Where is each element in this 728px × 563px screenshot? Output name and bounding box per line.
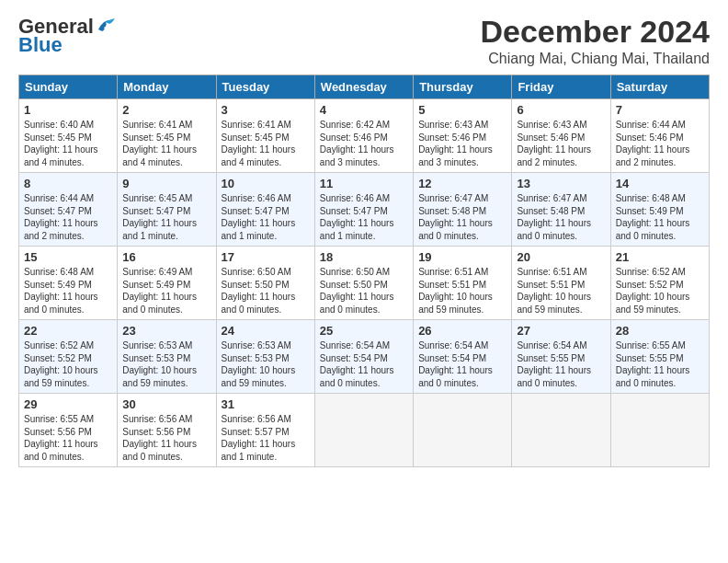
day-number: 12 — [418, 177, 506, 190]
day-info: Sunrise: 6:47 AMSunset: 5:48 PMDaylight:… — [418, 192, 506, 242]
day-info: Sunrise: 6:48 AMSunset: 5:49 PMDaylight:… — [24, 266, 112, 316]
header-row: SundayMondayTuesdayWednesdayThursdayFrid… — [19, 75, 710, 99]
day-info: Sunrise: 6:44 AMSunset: 5:46 PMDaylight:… — [616, 119, 704, 168]
day-number: 22 — [24, 324, 112, 338]
page: General Blue December 2024 Chiang Mai, C… — [0, 0, 728, 477]
day-number: 4 — [320, 103, 408, 117]
day-cell: 30Sunrise: 6:56 AMSunset: 5:56 PMDayligh… — [118, 394, 216, 467]
day-number: 5 — [418, 103, 506, 117]
day-number: 11 — [320, 177, 408, 190]
day-cell: 17Sunrise: 6:50 AMSunset: 5:50 PMDayligh… — [216, 247, 314, 320]
day-number: 2 — [122, 103, 210, 117]
day-number: 14 — [616, 177, 704, 190]
week-row-3: 15Sunrise: 6:48 AMSunset: 5:49 PMDayligh… — [19, 247, 710, 320]
day-info: Sunrise: 6:44 AMSunset: 5:47 PMDaylight:… — [24, 192, 112, 242]
day-number: 19 — [418, 250, 506, 264]
day-info: Sunrise: 6:41 AMSunset: 5:45 PMDaylight:… — [222, 119, 310, 168]
week-row-1: 1Sunrise: 6:40 AMSunset: 5:45 PMDaylight… — [19, 99, 710, 173]
day-number: 15 — [24, 250, 112, 264]
day-number: 10 — [222, 177, 310, 190]
day-cell: 10Sunrise: 6:46 AMSunset: 5:47 PMDayligh… — [216, 173, 314, 247]
day-number: 9 — [122, 177, 210, 190]
day-info: Sunrise: 6:55 AMSunset: 5:56 PMDaylight:… — [24, 413, 112, 463]
day-cell: 2Sunrise: 6:41 AMSunset: 5:45 PMDaylight… — [118, 99, 216, 173]
day-info: Sunrise: 6:53 AMSunset: 5:53 PMDaylight:… — [222, 339, 310, 389]
week-row-2: 8Sunrise: 6:44 AMSunset: 5:47 PMDaylight… — [19, 173, 710, 247]
day-cell: 21Sunrise: 6:52 AMSunset: 5:52 PMDayligh… — [610, 247, 709, 320]
day-cell: 18Sunrise: 6:50 AMSunset: 5:50 PMDayligh… — [314, 247, 413, 320]
day-info: Sunrise: 6:43 AMSunset: 5:46 PMDaylight:… — [517, 119, 605, 168]
day-info: Sunrise: 6:40 AMSunset: 5:45 PMDaylight:… — [24, 119, 112, 168]
day-info: Sunrise: 6:45 AMSunset: 5:47 PMDaylight:… — [122, 192, 210, 242]
day-number: 31 — [222, 397, 310, 411]
header-cell-sunday: Sunday — [19, 75, 118, 99]
day-number: 30 — [122, 397, 210, 411]
day-info: Sunrise: 6:52 AMSunset: 5:52 PMDaylight:… — [24, 339, 112, 389]
day-number: 27 — [517, 324, 605, 338]
day-cell: 16Sunrise: 6:49 AMSunset: 5:49 PMDayligh… — [118, 247, 216, 320]
header-cell-wednesday: Wednesday — [314, 75, 413, 99]
header-cell-saturday: Saturday — [610, 75, 709, 99]
day-number: 25 — [320, 324, 408, 338]
day-cell: 13Sunrise: 6:47 AMSunset: 5:48 PMDayligh… — [512, 173, 610, 247]
day-cell — [314, 394, 413, 467]
day-number: 20 — [517, 250, 605, 264]
day-cell: 3Sunrise: 6:41 AMSunset: 5:45 PMDaylight… — [216, 99, 314, 173]
day-info: Sunrise: 6:54 AMSunset: 5:54 PMDaylight:… — [320, 339, 408, 389]
week-row-4: 22Sunrise: 6:52 AMSunset: 5:52 PMDayligh… — [19, 320, 710, 394]
header-cell-monday: Monday — [118, 75, 216, 99]
day-info: Sunrise: 6:48 AMSunset: 5:49 PMDaylight:… — [616, 192, 704, 242]
day-info: Sunrise: 6:47 AMSunset: 5:48 PMDaylight:… — [517, 192, 605, 242]
day-info: Sunrise: 6:46 AMSunset: 5:47 PMDaylight:… — [222, 192, 310, 242]
header: General Blue December 2024 Chiang Mai, C… — [18, 15, 710, 67]
day-cell: 4Sunrise: 6:42 AMSunset: 5:46 PMDaylight… — [314, 99, 413, 173]
day-info: Sunrise: 6:46 AMSunset: 5:47 PMDaylight:… — [320, 192, 408, 242]
logo-blue: Blue — [18, 33, 63, 57]
day-number: 29 — [24, 397, 112, 411]
day-info: Sunrise: 6:51 AMSunset: 5:51 PMDaylight:… — [517, 266, 605, 316]
day-number: 18 — [320, 250, 408, 264]
day-cell: 29Sunrise: 6:55 AMSunset: 5:56 PMDayligh… — [19, 394, 118, 467]
header-cell-friday: Friday — [512, 75, 610, 99]
day-info: Sunrise: 6:53 AMSunset: 5:53 PMDaylight:… — [122, 339, 210, 389]
day-info: Sunrise: 6:55 AMSunset: 5:55 PMDaylight:… — [616, 339, 704, 389]
day-cell: 23Sunrise: 6:53 AMSunset: 5:53 PMDayligh… — [118, 320, 216, 394]
header-cell-thursday: Thursday — [414, 75, 512, 99]
day-number: 23 — [122, 324, 210, 338]
day-info: Sunrise: 6:43 AMSunset: 5:46 PMDaylight:… — [418, 119, 506, 168]
week-row-5: 29Sunrise: 6:55 AMSunset: 5:56 PMDayligh… — [19, 394, 710, 467]
day-cell — [414, 394, 512, 467]
day-info: Sunrise: 6:50 AMSunset: 5:50 PMDaylight:… — [320, 266, 408, 316]
day-cell: 19Sunrise: 6:51 AMSunset: 5:51 PMDayligh… — [414, 247, 512, 320]
title-area: December 2024 Chiang Mai, Chiang Mai, Th… — [480, 15, 710, 67]
day-info: Sunrise: 6:52 AMSunset: 5:52 PMDaylight:… — [616, 266, 704, 316]
day-info: Sunrise: 6:56 AMSunset: 5:56 PMDaylight:… — [122, 413, 210, 463]
day-cell: 27Sunrise: 6:54 AMSunset: 5:55 PMDayligh… — [512, 320, 610, 394]
day-number: 17 — [222, 250, 310, 264]
day-info: Sunrise: 6:50 AMSunset: 5:50 PMDaylight:… — [222, 266, 310, 316]
day-number: 7 — [616, 103, 704, 117]
month-title: December 2024 — [480, 15, 710, 49]
day-cell: 9Sunrise: 6:45 AMSunset: 5:47 PMDaylight… — [118, 173, 216, 247]
day-info: Sunrise: 6:42 AMSunset: 5:46 PMDaylight:… — [320, 119, 408, 168]
day-cell: 26Sunrise: 6:54 AMSunset: 5:54 PMDayligh… — [414, 320, 512, 394]
day-number: 24 — [222, 324, 310, 338]
day-number: 8 — [24, 177, 112, 190]
day-cell: 5Sunrise: 6:43 AMSunset: 5:46 PMDaylight… — [414, 99, 512, 173]
day-info: Sunrise: 6:54 AMSunset: 5:55 PMDaylight:… — [517, 339, 605, 389]
day-number: 6 — [517, 103, 605, 117]
day-number: 3 — [222, 103, 310, 117]
day-number: 26 — [418, 324, 506, 338]
logo-bird-icon — [97, 17, 117, 33]
day-number: 16 — [122, 250, 210, 264]
day-cell: 11Sunrise: 6:46 AMSunset: 5:47 PMDayligh… — [314, 173, 413, 247]
day-info: Sunrise: 6:41 AMSunset: 5:45 PMDaylight:… — [122, 119, 210, 168]
day-cell: 1Sunrise: 6:40 AMSunset: 5:45 PMDaylight… — [19, 99, 118, 173]
day-cell: 20Sunrise: 6:51 AMSunset: 5:51 PMDayligh… — [512, 247, 610, 320]
day-cell: 12Sunrise: 6:47 AMSunset: 5:48 PMDayligh… — [414, 173, 512, 247]
day-cell: 7Sunrise: 6:44 AMSunset: 5:46 PMDaylight… — [610, 99, 709, 173]
day-cell: 6Sunrise: 6:43 AMSunset: 5:46 PMDaylight… — [512, 99, 610, 173]
day-info: Sunrise: 6:49 AMSunset: 5:49 PMDaylight:… — [122, 266, 210, 316]
day-info: Sunrise: 6:51 AMSunset: 5:51 PMDaylight:… — [418, 266, 506, 316]
day-cell: 24Sunrise: 6:53 AMSunset: 5:53 PMDayligh… — [216, 320, 314, 394]
